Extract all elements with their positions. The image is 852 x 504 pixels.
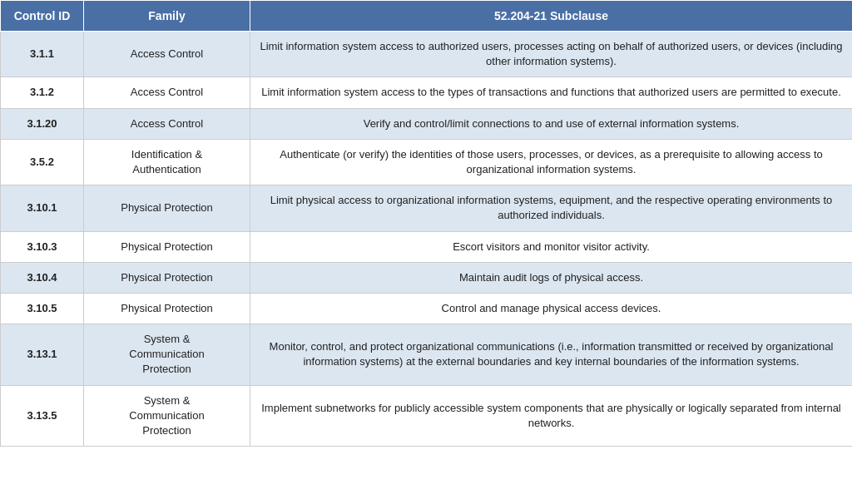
cell-family: Access Control <box>84 108 250 139</box>
cell-family: Physical Protection <box>84 231 250 262</box>
cell-family: Identification &Authentication <box>84 139 250 185</box>
table-row: 3.1.1Access ControlLimit information sys… <box>1 32 853 77</box>
cell-control-id: 3.13.1 <box>1 324 84 386</box>
cell-family: Physical Protection <box>84 262 250 293</box>
table-row: 3.10.4Physical ProtectionMaintain audit … <box>1 262 853 293</box>
cell-subclause: Monitor, control, and protect organizati… <box>250 324 853 386</box>
cell-subclause: Control and manage physical access devic… <box>250 293 853 324</box>
cell-subclause: Limit information system access to the t… <box>250 77 853 108</box>
cell-control-id: 3.1.2 <box>1 77 84 108</box>
header-family: Family <box>84 1 250 32</box>
table-row: 3.5.2Identification &AuthenticationAuthe… <box>1 139 853 185</box>
controls-table: Control ID Family 52.204-21 Subclause 3.… <box>0 0 852 447</box>
cell-control-id: 3.10.3 <box>1 231 84 262</box>
table-row: 3.13.5System &CommunicationProtectionImp… <box>1 385 853 447</box>
header-control-id: Control ID <box>1 1 84 32</box>
cell-family: Access Control <box>84 32 250 77</box>
cell-control-id: 3.10.1 <box>1 185 84 231</box>
cell-family: System &CommunicationProtection <box>84 385 250 447</box>
cell-control-id: 3.5.2 <box>1 139 84 185</box>
table-row: 3.13.1System &CommunicationProtectionMon… <box>1 324 853 386</box>
cell-subclause: Verify and control/limit connections to … <box>250 108 853 139</box>
cell-control-id: 3.10.5 <box>1 293 84 324</box>
table-row: 3.10.3Physical ProtectionEscort visitors… <box>1 231 853 262</box>
cell-subclause: Authenticate (or verify) the identities … <box>250 139 853 185</box>
cell-subclause: Limit information system access to autho… <box>250 32 853 77</box>
cell-control-id: 3.13.5 <box>1 385 84 447</box>
header-subclause: 52.204-21 Subclause <box>250 1 853 32</box>
cell-subclause: Limit physical access to organizational … <box>250 185 853 231</box>
cell-family: System &CommunicationProtection <box>84 324 250 386</box>
table-row: 3.1.20Access ControlVerify and control/l… <box>1 108 853 139</box>
cell-control-id: 3.1.1 <box>1 32 84 77</box>
cell-control-id: 3.1.20 <box>1 108 84 139</box>
table-row: 3.10.5Physical ProtectionControl and man… <box>1 293 853 324</box>
cell-subclause: Implement subnetworks for publicly acces… <box>250 385 853 447</box>
cell-subclause: Maintain audit logs of physical access. <box>250 262 853 293</box>
table-row: 3.1.2Access ControlLimit information sys… <box>1 77 853 108</box>
table-row: 3.10.1Physical ProtectionLimit physical … <box>1 185 853 231</box>
cell-family: Physical Protection <box>84 293 250 324</box>
cell-family: Access Control <box>84 77 250 108</box>
cell-subclause: Escort visitors and monitor visitor acti… <box>250 231 853 262</box>
cell-control-id: 3.10.4 <box>1 262 84 293</box>
cell-family: Physical Protection <box>84 185 250 231</box>
